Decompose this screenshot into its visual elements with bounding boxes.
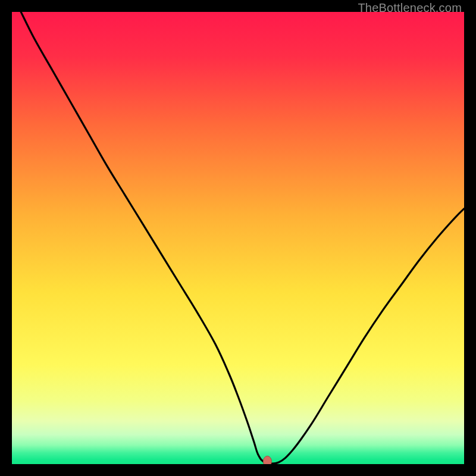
chart-frame <box>12 12 464 464</box>
bottleneck-plot <box>12 12 464 464</box>
minimum-marker <box>263 456 271 464</box>
watermark-text: TheBottleneck.com <box>358 1 462 15</box>
